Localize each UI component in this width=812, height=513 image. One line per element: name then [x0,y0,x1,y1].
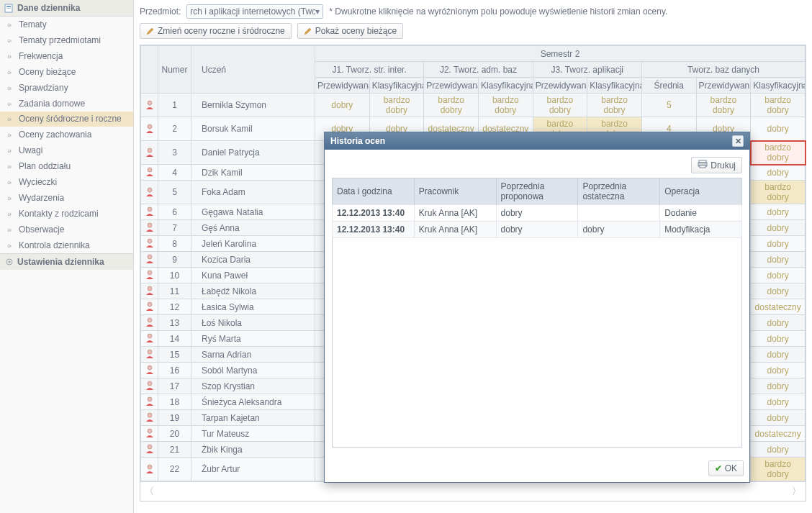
expand-icon: » [7,52,16,60]
sidebar-item-1[interactable]: »Tematy przedmiotami [0,32,133,48]
history-col[interactable]: Poprzednia ostateczna [578,178,660,205]
show-current-grades-button[interactable]: Pokaż oceny bieżące [297,23,403,39]
sidebar-item-2[interactable]: »Frekwencja [0,48,133,64]
print-button[interactable]: Drukuj [691,157,742,173]
history-cell: Kruk Anna [AK] [414,205,496,222]
grade-cell[interactable]: dobry [751,204,806,220]
grade-cell[interactable]: dobry [751,165,806,181]
sidebar-item-4[interactable]: »Sprawdziany [0,80,133,96]
scroll-right-icon[interactable]: 〉 [792,485,801,498]
grade-cell[interactable]: bardzo dobry [587,94,642,117]
grade-cell[interactable]: dobry [751,347,806,363]
grade-cell[interactable]: 5 [641,94,696,117]
user-icon-cell [141,442,158,458]
modal-titlebar[interactable]: Historia ocen ✕ [325,132,749,150]
grade-cell[interactable]: dobry [751,363,806,378]
grade-cell[interactable]: bardzo dobry [751,458,806,481]
svg-point-17 [148,318,152,322]
history-col[interactable]: Operacja [660,178,742,205]
ok-button[interactable]: ✔ OK [708,460,744,476]
col-przew[interactable]: Przewidywana [315,78,370,94]
sidebar-item-11[interactable]: »Wydarzenia [0,190,133,206]
grade-cell[interactable]: dobry [751,378,806,394]
expand-icon: » [7,130,16,139]
modal-close-button[interactable]: ✕ [732,135,744,147]
grade-cell[interactable]: dobry [751,331,806,347]
col-klas[interactable]: Klasyfikacyjna [369,78,424,94]
table-row[interactable]: 1Bernikla Szymondobrybardzo dobrybardzo … [141,94,806,117]
col-przew[interactable]: Przewidywana [533,78,587,94]
col-srednia[interactable]: Średnia [641,78,696,94]
col-user-icon [141,46,158,94]
history-col[interactable]: Data i godzina [333,178,415,205]
sidebar-item-6[interactable]: »Oceny śródroczne i roczne [0,112,133,127]
svg-point-24 [148,429,152,433]
svg-point-26 [148,465,152,469]
svg-point-22 [148,397,152,401]
user-icon-cell [141,299,158,315]
toolbar-row-1: Przedmiot: rch i aplikacji internetowych… [134,0,812,22]
history-col[interactable]: Pracownik [414,178,496,205]
scroll-left-icon[interactable]: 〈 [145,485,154,498]
grade-cell[interactable]: bardzo dobry [478,94,533,117]
grade-cell[interactable]: bardzo dobry [533,94,587,117]
sidebar-footer[interactable]: Ustawienia dziennika [0,253,133,270]
sidebar-item-12[interactable]: »Kontakty z rodzicami [0,206,133,222]
grade-cell[interactable]: dostateczny [751,426,806,442]
user-icon [145,463,155,473]
history-row[interactable]: 12.12.2013 13:40Kruk Anna [AK]dobryDodan… [333,205,742,222]
col-uczen[interactable]: Uczeń [191,46,315,94]
sidebar-item-14[interactable]: »Kontrola dziennika [0,237,133,253]
sidebar-item-7[interactable]: »Oceny zachowania [0,127,133,142]
row-number: 4 [158,165,191,181]
grade-cell[interactable]: bardzo dobry [369,94,424,117]
grade-cell[interactable]: dobry [751,283,806,299]
grade-cell[interactable]: dobry [751,117,806,141]
svg-point-18 [148,334,152,338]
user-icon-cell [141,165,158,181]
history-row[interactable]: 12.12.2013 13:40Kruk Anna [AK]dobrydobry… [333,222,742,238]
user-icon-cell [141,394,158,410]
user-icon [145,380,155,390]
grade-cell[interactable]: bardzo dobry [751,94,806,117]
grade-cell[interactable]: bardzo dobry [424,94,479,117]
sidebar-item-3[interactable]: »Oceny bieżące [0,64,133,80]
sidebar-item-9[interactable]: »Plan oddziału [0,158,133,174]
change-grades-label: Zmień oceny roczne i śródroczne [158,26,285,36]
svg-point-14 [148,271,152,275]
sidebar-item-13[interactable]: »Obserwacje [0,222,133,237]
col-przew[interactable]: Przewidywana [424,78,479,94]
grade-cell[interactable]: dostateczny [751,299,806,315]
col-klas[interactable]: Klasyfikacyjna [587,78,642,94]
grade-cell[interactable]: dobry [751,268,806,283]
history-modal: Historia ocen ✕ Drukuj Data i godzinaPra… [324,132,750,483]
svg-point-5 [148,101,152,105]
grade-cell[interactable]: dobry [751,410,806,426]
sidebar-item-8[interactable]: »Uwagi [0,142,133,158]
user-icon-cell [141,220,158,236]
grade-cell[interactable]: dobry [751,236,806,252]
sidebar-item-5[interactable]: »Zadania domowe [0,96,133,112]
grade-cell[interactable]: bardzo dobry [751,181,806,204]
grade-cell[interactable]: dobry [751,252,806,268]
change-grades-button[interactable]: Zmień oceny roczne i śródroczne [140,23,292,39]
grade-cell[interactable]: bardzo dobry [696,94,751,117]
grade-cell[interactable]: dobry [751,315,806,331]
grade-cell[interactable]: bardzo dobry [751,141,806,165]
grade-cell[interactable]: dobry [751,442,806,458]
sidebar-item-0[interactable]: »Tematy [0,17,133,32]
col-przew[interactable]: Przewidywana [696,78,751,94]
horizontal-scrollbar[interactable]: 〈 〉 [140,481,806,501]
col-klas[interactable]: Klasyfikacyjna [478,78,533,94]
grade-cell[interactable]: dobry [751,220,806,236]
sidebar-item-10[interactable]: »Wycieczki [0,174,133,190]
col-klas[interactable]: Klasyfikacyjna [751,78,806,94]
grade-cell[interactable]: dobry [751,394,806,410]
svg-point-19 [148,350,152,354]
subject-select[interactable]: rch i aplikacji internetowych (Tworz. ▾ [186,4,323,19]
printer-icon [698,160,708,171]
grade-cell[interactable]: dobry [315,94,370,117]
user-icon [145,206,155,216]
history-col[interactable]: Poprzednia proponowa [496,178,578,205]
col-numer[interactable]: Numer [158,46,191,94]
